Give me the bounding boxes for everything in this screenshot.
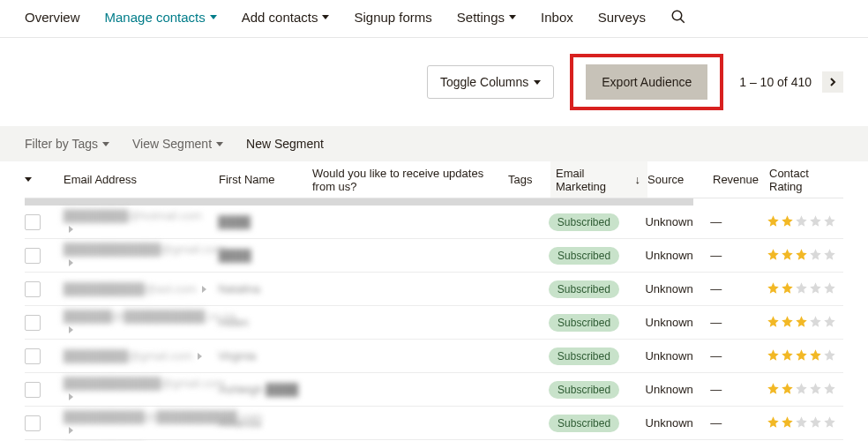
star-icon bbox=[809, 415, 822, 431]
header-contact-rating[interactable]: Contact Rating bbox=[769, 167, 843, 193]
star-icon bbox=[809, 214, 822, 230]
rating-stars bbox=[767, 415, 836, 431]
nav-signup-forms[interactable]: Signup forms bbox=[354, 10, 431, 25]
star-icon bbox=[767, 281, 780, 297]
header-source[interactable]: Source bbox=[647, 173, 713, 186]
row-checkbox[interactable] bbox=[25, 382, 41, 398]
header-tags[interactable]: Tags bbox=[508, 173, 550, 186]
view-segment[interactable]: View Segment bbox=[132, 137, 223, 151]
table-row[interactable]: ██████████@aol.comNatalinaSubscribedUnkn… bbox=[25, 273, 843, 306]
email-cell: ██████@██████████.co.za bbox=[64, 310, 236, 323]
header-expand[interactable] bbox=[25, 177, 64, 182]
source-cell: Unknown bbox=[645, 349, 710, 363]
header-updates[interactable]: Would you like to receive updates from u… bbox=[312, 167, 508, 193]
nav-surveys[interactable]: Surveys bbox=[598, 10, 646, 25]
chevron-down-icon bbox=[25, 177, 32, 182]
header-revenue[interactable]: Revenue bbox=[713, 173, 769, 186]
row-checkbox[interactable] bbox=[25, 348, 41, 364]
row-checkbox[interactable] bbox=[25, 415, 41, 431]
table-row[interactable]: ████████████@gmail.comAshleigh ████Subsc… bbox=[25, 373, 843, 407]
row-checkbox[interactable] bbox=[25, 214, 41, 230]
first-name-cell: ████ bbox=[219, 249, 251, 262]
table-row[interactable]: ████████@gmail.comVirginiaSubscribedUnkn… bbox=[25, 340, 843, 373]
nav-settings[interactable]: Settings bbox=[457, 10, 516, 25]
table-row[interactable]: ██████@██████████.co.zaHelenSubscribedUn… bbox=[25, 306, 843, 340]
email-cell: ████████████@gmail.com bbox=[64, 243, 225, 256]
star-icon bbox=[809, 248, 822, 264]
row-checkbox[interactable] bbox=[25, 248, 41, 264]
chevron-right-icon bbox=[69, 326, 73, 333]
source-cell: Unknown bbox=[645, 282, 710, 295]
star-icon bbox=[781, 382, 794, 398]
table-body: ████████@hotmail.com████SubscribedUnknow… bbox=[0, 206, 868, 441]
star-icon bbox=[809, 281, 822, 297]
status-badge: Subscribed bbox=[549, 213, 619, 231]
star-icon bbox=[795, 281, 808, 297]
star-icon bbox=[767, 382, 780, 398]
row-checkbox[interactable] bbox=[25, 315, 41, 331]
email-cell: ████████@hotmail.com bbox=[64, 209, 202, 222]
star-icon bbox=[767, 248, 780, 264]
first-name-cell: ████ bbox=[218, 215, 251, 228]
row-checkbox[interactable] bbox=[25, 281, 41, 297]
contacts-table: Email Address First Name Would you like … bbox=[0, 161, 868, 198]
star-icon bbox=[823, 348, 836, 364]
first-name-cell: Helen bbox=[219, 316, 249, 329]
rating-stars bbox=[767, 248, 836, 264]
chevron-right-icon bbox=[69, 259, 73, 266]
filter-by-tags[interactable]: Filter by Tags bbox=[25, 137, 109, 151]
export-highlight: Export Audience bbox=[570, 54, 723, 110]
toolbar: Toggle Columns Export Audience 1 – 10 of… bbox=[0, 38, 868, 126]
nav-add-contacts[interactable]: Add contacts bbox=[242, 10, 330, 25]
rating-stars bbox=[767, 281, 836, 297]
table-row[interactable]: ████████@hotmail.com████SubscribedUnknow… bbox=[25, 206, 843, 239]
sort-arrow-down-icon: ↓ bbox=[635, 173, 641, 186]
search-icon[interactable] bbox=[670, 9, 686, 25]
star-icon bbox=[795, 248, 808, 264]
email-cell: ████████@gmail.com bbox=[64, 349, 192, 363]
email-cell: ████████████@gmail.com bbox=[64, 377, 225, 390]
star-icon bbox=[767, 415, 780, 431]
first-name-cell: Natalina bbox=[218, 282, 260, 295]
star-icon bbox=[823, 415, 836, 431]
star-icon bbox=[823, 382, 836, 398]
header-email[interactable]: Email Address bbox=[64, 173, 219, 186]
nav-inbox[interactable]: Inbox bbox=[541, 10, 573, 25]
star-icon bbox=[781, 415, 794, 431]
horizontal-scroll-indicator[interactable] bbox=[25, 198, 693, 206]
next-page-button[interactable] bbox=[822, 71, 843, 93]
revenue-cell: — bbox=[710, 316, 722, 329]
chevron-right-icon bbox=[198, 353, 202, 360]
table-row[interactable]: ██████████@██████████.comAmandaSubscribe… bbox=[25, 407, 843, 440]
star-icon bbox=[781, 348, 794, 364]
source-cell: Unknown bbox=[645, 215, 710, 228]
nav-manage-contacts[interactable]: Manage contacts bbox=[105, 10, 217, 25]
star-icon bbox=[809, 315, 822, 331]
table-row[interactable]: ████████████@gmail.com████SubscribedUnkn… bbox=[25, 239, 843, 273]
export-audience-button[interactable]: Export Audience bbox=[586, 64, 707, 100]
status-badge: Subscribed bbox=[549, 247, 619, 265]
first-name-cell: Amanda bbox=[219, 416, 261, 430]
revenue-cell: — bbox=[710, 383, 722, 396]
header-email-marketing[interactable]: Email Marketing↓ bbox=[550, 161, 647, 198]
chevron-down-icon bbox=[102, 142, 109, 146]
new-segment[interactable]: New Segment bbox=[246, 137, 324, 151]
star-icon bbox=[795, 415, 808, 431]
chevron-down-icon bbox=[534, 80, 541, 85]
table-header: Email Address First Name Would you like … bbox=[25, 161, 843, 198]
top-nav: Overview Manage contacts Add contacts Si… bbox=[0, 0, 868, 38]
star-icon bbox=[823, 281, 836, 297]
segment-bar: Filter by Tags View Segment New Segment bbox=[0, 126, 868, 161]
star-icon bbox=[809, 348, 822, 364]
toggle-columns-button[interactable]: Toggle Columns bbox=[427, 65, 554, 99]
source-cell: Unknown bbox=[646, 249, 711, 262]
rating-stars bbox=[767, 348, 836, 364]
star-icon bbox=[809, 382, 822, 398]
star-icon bbox=[795, 382, 808, 398]
pagination-text: 1 – 10 of 410 bbox=[739, 75, 812, 89]
nav-overview[interactable]: Overview bbox=[25, 10, 80, 25]
rating-stars bbox=[767, 214, 836, 230]
chevron-right-icon bbox=[69, 226, 73, 233]
first-name-cell: Ashleigh ████ bbox=[219, 383, 298, 396]
header-first-name[interactable]: First Name bbox=[219, 173, 312, 186]
